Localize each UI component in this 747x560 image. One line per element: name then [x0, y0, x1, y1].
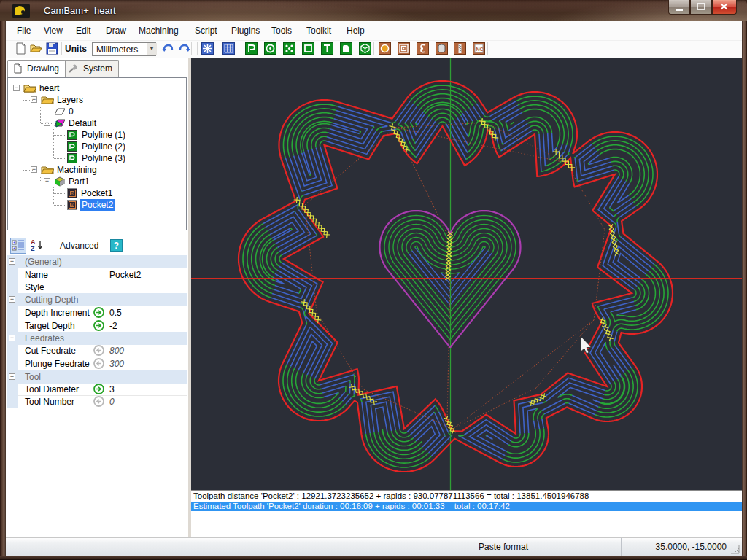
svg-text:NC: NC: [476, 47, 484, 52]
svg-text:Z: Z: [31, 245, 35, 252]
